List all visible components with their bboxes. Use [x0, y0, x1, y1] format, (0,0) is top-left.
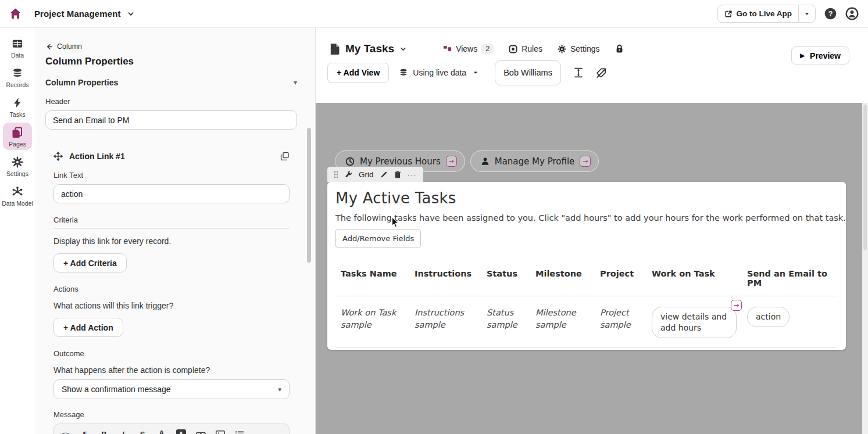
- preview-user-box[interactable]: Bob Williams: [495, 60, 561, 85]
- underline-icon[interactable]: A: [157, 429, 166, 434]
- canvas-scrollbar-thumb[interactable]: [863, 105, 867, 250]
- go-to-live-app-main[interactable]: Go to Live App: [718, 5, 799, 22]
- page-lock-icon[interactable]: [615, 44, 624, 53]
- col-header[interactable]: Instructions: [409, 261, 481, 296]
- more-options-ellipsis-icon[interactable]: ···: [408, 170, 417, 179]
- actions-label: Actions: [53, 285, 290, 293]
- settings-gear-icon: [11, 156, 24, 168]
- home-icon[interactable]: [9, 8, 22, 20]
- panel-scrollbar[interactable]: [307, 128, 311, 263]
- person-icon: [481, 157, 490, 166]
- add-view-button[interactable]: + Add View: [327, 63, 389, 83]
- help-icon[interactable]: ?: [824, 7, 837, 20]
- live-preview-canvas: My Previous Hours → Manage My Profile →: [316, 103, 862, 434]
- cell-project: Project sample: [595, 296, 646, 347]
- text-highlight-icon[interactable]: A: [176, 429, 186, 434]
- message-label: Message: [53, 410, 290, 419]
- tab-rules[interactable]: Rules: [509, 44, 542, 53]
- edit-link-arrow-icon[interactable]: →: [731, 300, 742, 311]
- app-root: Project Management Go to Live App ?: [0, 0, 868, 434]
- menu-link-label: Manage My Profile: [495, 156, 575, 167]
- col-header[interactable]: Milestone: [530, 261, 595, 296]
- col-header[interactable]: Send an Email to PM: [742, 261, 837, 296]
- bold-icon[interactable]: B: [99, 429, 109, 434]
- data-table-icon: [11, 37, 24, 50]
- criteria-text: Display this link for every record.: [53, 236, 290, 246]
- row-height-icon[interactable]: [574, 67, 583, 78]
- rail-item-pages[interactable]: Pages: [0, 121, 35, 151]
- bullet-list-icon[interactable]: [235, 429, 244, 434]
- back-to-column-link[interactable]: Column: [45, 42, 315, 51]
- criteria-label: Criteria: [53, 216, 290, 224]
- page-chevron-down-icon[interactable]: [399, 45, 407, 53]
- header-input[interactable]: [45, 110, 297, 130]
- rail-item-data-model[interactable]: Data Model: [0, 181, 35, 210]
- source-caret-icon: [473, 70, 478, 76]
- rail-label-tasks: Tasks: [10, 111, 26, 118]
- col-header[interactable]: Work on Task: [646, 261, 742, 296]
- duplicate-copy-icon[interactable]: [280, 152, 290, 161]
- link-icon[interactable]: [196, 429, 206, 434]
- wrench-icon[interactable]: [345, 171, 352, 178]
- open-page-arrow-icon[interactable]: →: [446, 156, 457, 167]
- rail-item-tasks[interactable]: Tasks: [0, 92, 35, 121]
- strikethrough-icon[interactable]: S: [138, 429, 147, 434]
- tab-settings[interactable]: Settings: [558, 44, 600, 53]
- view-toolbar-chip: Grid ···: [327, 167, 423, 182]
- pages-icon: [11, 126, 24, 139]
- rail-item-records[interactable]: Records: [0, 62, 35, 92]
- link-text-input[interactable]: [53, 184, 290, 203]
- add-remove-fields-button[interactable]: Add/Remove Fields: [335, 229, 421, 248]
- col-header[interactable]: Tasks Name: [335, 261, 409, 296]
- col-header[interactable]: Project: [595, 261, 646, 296]
- preview-button[interactable]: ▶ Preview: [791, 46, 849, 64]
- app-switcher-chevron-down-icon[interactable]: [127, 10, 135, 18]
- column-properties-section-header[interactable]: Column Properties ▾: [45, 78, 297, 87]
- menu-link-manage-my-profile[interactable]: Manage My Profile →: [470, 150, 599, 172]
- rail-label-records: Records: [6, 81, 28, 88]
- col-header[interactable]: Status: [481, 261, 530, 296]
- drag-move-icon[interactable]: [53, 152, 63, 161]
- outcome-select[interactable]: Show a confirmation message ▾: [53, 379, 290, 399]
- back-arrow-icon: [45, 43, 53, 51]
- rail-label-data: Data: [11, 52, 24, 59]
- code-view-icon[interactable]: <>: [61, 429, 70, 434]
- rail-label-pages: Pages: [9, 141, 26, 148]
- cell-work-on-task: view details and add hours →: [646, 296, 742, 347]
- hide-labels-tag-slash-icon[interactable]: [596, 67, 607, 78]
- rules-label: Rules: [521, 44, 542, 53]
- app-name[interactable]: Project Management: [34, 9, 121, 19]
- drag-handle-icon[interactable]: [334, 171, 338, 178]
- view-type-label: Grid: [359, 170, 374, 179]
- view-details-add-hours-button[interactable]: view details and add hours: [652, 307, 737, 338]
- left-rail: Data Records Tasks Pages Settings: [0, 28, 35, 434]
- cell-send-email-action: action: [742, 296, 837, 347]
- account-avatar-icon[interactable]: [845, 7, 859, 20]
- go-to-live-app-dropdown-caret[interactable]: [798, 5, 815, 22]
- message-rich-text-editor[interactable]: <> ¶ B I S A A: [53, 424, 290, 434]
- add-action-button[interactable]: + Add Action: [53, 318, 123, 337]
- action-link-button[interactable]: action: [747, 307, 790, 327]
- data-source-select[interactable]: Using live data: [399, 68, 478, 77]
- cell-instructions: Instructions sample: [409, 296, 481, 347]
- image-icon[interactable]: [216, 429, 225, 434]
- delete-trash-icon[interactable]: [394, 171, 401, 178]
- page-title-group[interactable]: My Tasks: [330, 42, 407, 55]
- go-to-live-app-button[interactable]: Go to Live App: [717, 5, 816, 23]
- add-criteria-button[interactable]: + Add Criteria: [53, 253, 127, 272]
- column-properties-panel: Column Column Properties Column Properti…: [35, 28, 316, 434]
- tab-views[interactable]: Views 2: [443, 44, 494, 54]
- canvas-scrollbar[interactable]: [862, 103, 868, 434]
- edit-pencil-icon[interactable]: [380, 171, 388, 178]
- open-page-arrow-icon[interactable]: →: [580, 156, 591, 167]
- collapse-caret-icon[interactable]: ▾: [294, 78, 297, 87]
- paragraph-icon[interactable]: ¶: [80, 429, 90, 434]
- settings-nav-gear-icon: [558, 45, 566, 53]
- rail-item-data[interactable]: Data: [0, 33, 35, 62]
- italic-icon[interactable]: I: [119, 429, 128, 434]
- editor-toolbar: <> ¶ B I S A A: [54, 424, 263, 434]
- rail-item-settings[interactable]: Settings: [0, 151, 35, 181]
- outcome-select-value: Show a confirmation message: [62, 385, 171, 394]
- clock-icon: [345, 157, 355, 166]
- panel-title: Column Properties: [45, 56, 315, 67]
